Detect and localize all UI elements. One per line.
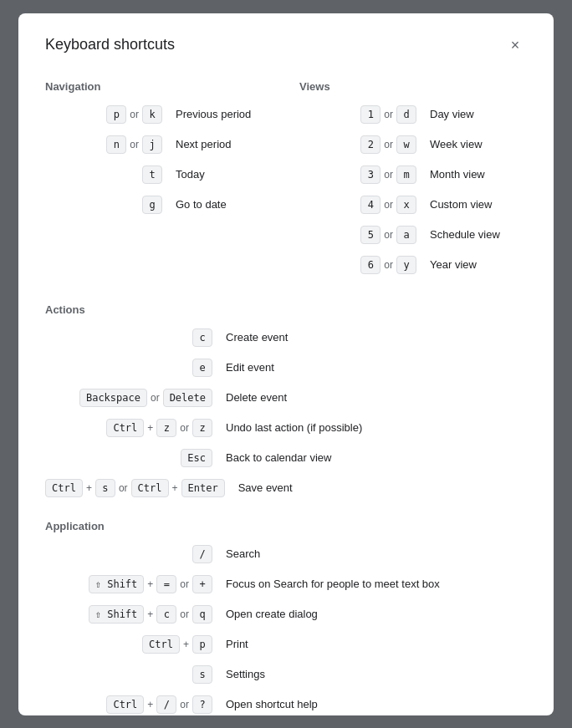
shortcut-desc: Go to date <box>176 198 273 211</box>
key-2: 2 <box>360 135 380 154</box>
shortcut-desc: Custom view <box>430 198 527 211</box>
key-shift2: ⇧ Shift <box>89 605 145 624</box>
actions-section-title: Actions <box>45 303 527 316</box>
shortcut-desc: Open shortcut help <box>226 698 527 710</box>
navigation-section-title: Navigation <box>45 80 273 93</box>
shortcut-desc: Undo last action (if possible) <box>226 421 527 434</box>
key-combo: t <box>45 165 162 184</box>
key-sep: + <box>147 699 153 710</box>
shortcut-row: Backspace or Delete Delete event <box>45 386 527 410</box>
views-column: Views 1 or d Day view 2 or w Week view <box>299 77 527 283</box>
shortcut-desc: Delete event <box>226 391 527 404</box>
shortcut-row: / Search <box>45 542 527 566</box>
shortcut-desc: Back to calendar view <box>226 451 527 464</box>
shortcut-row: 1 or d Day view <box>299 103 527 126</box>
key-sep: or <box>384 199 393 211</box>
key-combo: Ctrl + z or z <box>45 419 212 437</box>
key-s: s <box>95 479 115 497</box>
key-combo: 3 or m <box>299 165 416 184</box>
key-j: j <box>142 135 162 154</box>
close-button[interactable]: × <box>503 33 527 57</box>
key-sep: or <box>384 139 393 150</box>
key-slash2: / <box>156 695 176 714</box>
key-combo: Ctrl + s or Ctrl + Enter <box>45 479 225 497</box>
key-sep: or <box>180 422 189 434</box>
shortcut-row: Ctrl + p Print <box>45 633 527 656</box>
key-esc: Esc <box>181 449 212 467</box>
key-k: k <box>142 105 162 124</box>
shortcut-row: 4 or x Custom view <box>299 193 527 216</box>
shortcut-row: Ctrl + z or z Undo last action (if possi… <box>45 416 527 440</box>
key-combo: c <box>45 328 212 347</box>
key-s2: s <box>192 665 212 684</box>
shortcut-desc: Create event <box>226 331 527 344</box>
shortcut-row: p or k Previous period <box>45 103 273 126</box>
key-e: e <box>192 359 212 377</box>
shortcut-row: 5 or a Schedule view <box>299 223 527 247</box>
key-3: 3 <box>360 165 380 184</box>
modal-title: Keyboard shortcuts <box>45 36 175 53</box>
key-sep: or <box>384 109 393 120</box>
key-t: t <box>142 165 162 184</box>
key-combo: 4 or x <box>299 196 416 214</box>
key-4: 4 <box>360 196 380 214</box>
key-sep: or <box>130 139 139 150</box>
shortcut-desc: Print <box>226 638 527 650</box>
shortcut-row: c Create event <box>45 326 527 349</box>
key-shift: ⇧ Shift <box>89 575 145 593</box>
key-y: y <box>396 256 416 274</box>
key-sep: or <box>180 608 189 620</box>
key-enter: Enter <box>181 479 225 497</box>
key-combo: s <box>45 665 212 684</box>
shortcut-row: Ctrl + s or Ctrl + Enter Save event <box>45 476 527 500</box>
key-z2: z <box>192 419 212 437</box>
shortcut-row: Esc Back to calendar view <box>45 446 527 470</box>
key-sep: or <box>130 109 139 120</box>
key-combo: ⇧ Shift + = or + <box>45 575 212 593</box>
shortcut-desc: Settings <box>226 668 527 680</box>
actions-section: Actions c Create event e Edit event Back… <box>45 303 527 500</box>
key-c2: c <box>156 605 176 624</box>
shortcut-row: n or j Next period <box>45 133 273 156</box>
key-combo: Ctrl + / or ? <box>45 695 212 714</box>
key-question: ? <box>192 695 212 714</box>
shortcut-row: s Settings <box>45 663 527 686</box>
shortcut-desc: Next period <box>176 138 273 150</box>
shortcut-desc: Search <box>226 547 527 560</box>
key-m: m <box>396 165 416 184</box>
key-plus: + <box>192 575 212 593</box>
application-section-title: Application <box>45 520 527 532</box>
key-sep: + <box>147 608 153 620</box>
key-p: p <box>106 105 126 124</box>
key-combo: p or k <box>45 105 162 124</box>
shortcut-row: ⇧ Shift + = or + Focus on Search for peo… <box>45 573 527 596</box>
key-ctrl: Ctrl <box>106 419 144 437</box>
key-sep: or <box>119 482 128 494</box>
shortcut-desc: Month view <box>430 168 527 181</box>
key-delete: Delete <box>163 389 212 407</box>
shortcut-desc: Previous period <box>176 108 273 120</box>
key-combo: Ctrl + p <box>45 635 212 654</box>
key-1: 1 <box>360 105 380 124</box>
key-combo: 1 or d <box>299 105 416 124</box>
shortcut-desc: Week view <box>430 138 527 150</box>
key-combo: / <box>45 545 212 563</box>
key-6: 6 <box>360 256 380 274</box>
shortcut-row: ⇧ Shift + c or q Open create dialog <box>45 603 527 626</box>
modal-header: Keyboard shortcuts × <box>45 33 527 57</box>
views-section-title: Views <box>299 80 527 93</box>
shortcut-desc: Save event <box>238 481 527 494</box>
key-combo: 2 or w <box>299 135 416 154</box>
key-c: c <box>192 328 212 347</box>
application-section: Application / Search ⇧ Shift + = or + Fo… <box>45 520 527 715</box>
key-ctrl4: Ctrl <box>142 635 180 654</box>
shortcut-row: 3 or m Month view <box>299 163 527 186</box>
shortcut-row: t Today <box>45 163 273 186</box>
key-sep: or <box>384 169 393 181</box>
key-combo: Esc <box>45 449 212 467</box>
navigation-column: Navigation p or k Previous period n or j… <box>45 77 299 283</box>
key-q: q <box>192 605 212 624</box>
key-sep: + <box>86 482 92 494</box>
shortcut-desc: Day view <box>430 108 527 120</box>
key-p: p <box>192 635 212 654</box>
